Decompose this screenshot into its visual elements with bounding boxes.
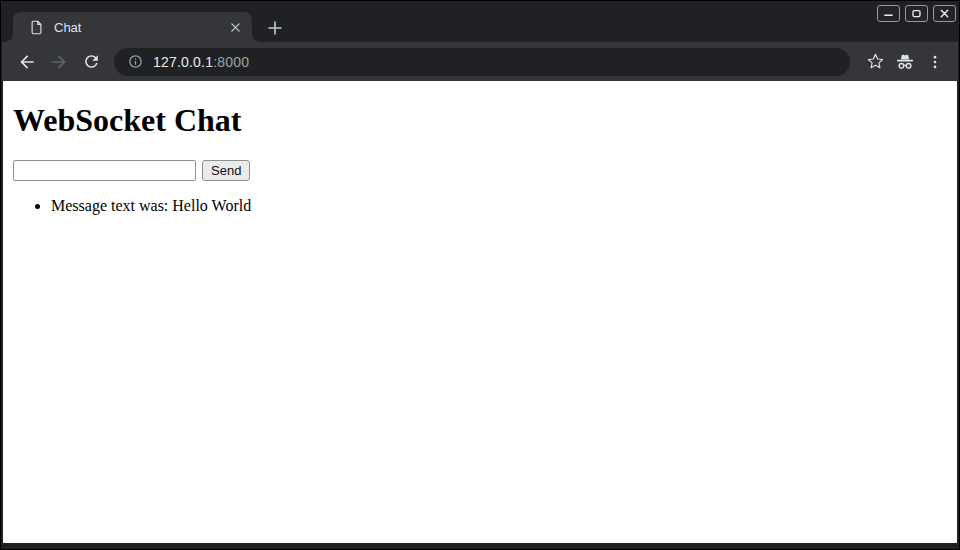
browser-toolbar: 127.0.0.1:8000 [2, 42, 958, 81]
url-host: 127.0.0.1 [153, 54, 213, 70]
window-close-button[interactable] [933, 5, 956, 22]
window-controls [877, 5, 956, 22]
forward-icon[interactable] [44, 47, 74, 77]
url-port: :8000 [213, 54, 249, 70]
site-info-icon[interactable] [128, 54, 143, 69]
send-button[interactable]: Send [202, 160, 250, 181]
tab-title: Chat [54, 20, 226, 35]
window-minimize-button[interactable] [877, 5, 900, 22]
bookmark-star-icon[interactable] [860, 47, 890, 77]
message-input[interactable] [13, 160, 196, 181]
back-icon[interactable] [12, 47, 42, 77]
browser-window: Chat [0, 0, 960, 550]
message-list: Message text was: Hello World [11, 197, 949, 215]
incognito-icon [890, 47, 920, 77]
window-maximize-button[interactable] [905, 5, 928, 22]
page-content: WebSocket Chat Send Message text was: He… [3, 81, 957, 543]
url-text: 127.0.0.1:8000 [153, 54, 249, 70]
chat-form: Send [13, 160, 949, 181]
tab-chat[interactable]: Chat [13, 12, 252, 42]
titlebar: Chat [1, 1, 959, 42]
reload-icon[interactable] [76, 47, 106, 77]
tab-close-icon[interactable] [226, 18, 244, 36]
address-bar[interactable]: 127.0.0.1:8000 [114, 48, 850, 76]
page-title: WebSocket Chat [13, 102, 949, 139]
menu-icon[interactable] [920, 47, 950, 77]
message-item: Message text was: Hello World [51, 197, 949, 215]
page-favicon-icon [29, 20, 44, 35]
new-tab-button[interactable] [262, 15, 288, 41]
toolbar-right-icons [860, 47, 950, 77]
